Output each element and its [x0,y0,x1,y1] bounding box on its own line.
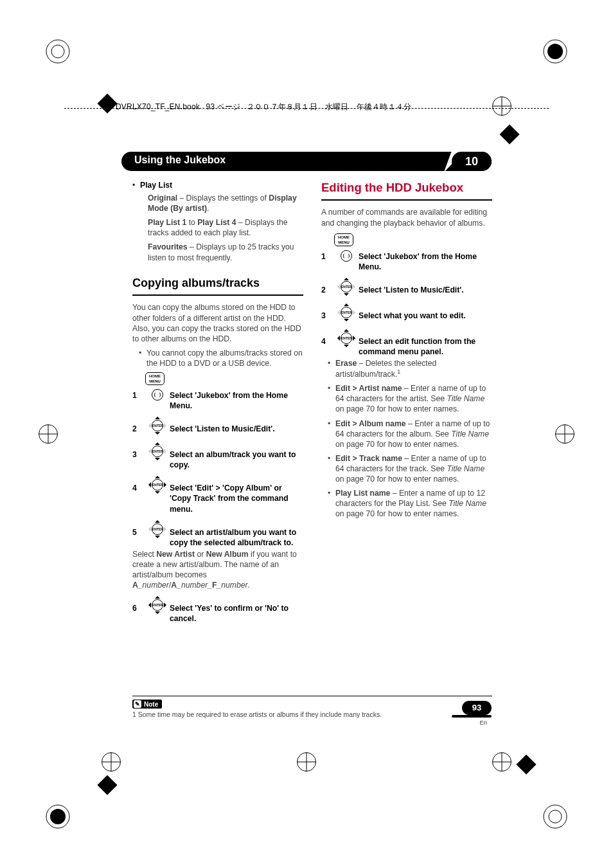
svg-point-6 [544,805,567,828]
step-number: 2 [321,276,334,295]
rstep2-text: Select 'Listen to Music/Edit'. [359,285,464,294]
playlist1-label: Play List 1 [148,218,186,227]
header-file: DVRLX70_TF_EN.book [116,102,200,111]
dpad-icon: ENTER [335,327,357,349]
svg-point-0 [46,40,69,63]
play-list-label: Play List [140,181,172,190]
step2-text: Select 'Listen to Music/Edit'. [170,424,275,433]
svg-point-5 [50,809,66,824]
heading-editing: Editing the HDD Jukebox [321,180,492,195]
footnote-text: 1 Some time may be required to erase art… [132,710,492,718]
dpad-icon: ENTER [147,440,168,462]
step-number: 4 [132,474,145,493]
chapter-title: Using the Jukebox [134,154,226,166]
note-label: Note [144,701,158,708]
playlist-name-item: Play List name – Enter a name of up to 1… [335,488,492,519]
regmark-tl [45,39,71,64]
rstep1-text: Select 'Jukebox' from the Home Menu. [359,252,477,271]
bullet-icon: • [328,419,335,449]
home-menu-icon: HOME MENU [145,372,164,385]
rstep3-text: Select what you want to edit. [359,311,466,320]
header-meta: DVRLX70_TF_EN.book 93 ページ ２００７年８月１日 水曜日 … [116,102,415,113]
home-menu-icon: HOME MENU [334,233,353,246]
cross-mark-left [39,424,58,444]
step1-text: Select 'Jukebox' from the Home Menu. [170,391,288,410]
chapter-bar: Using the Jukebox 10 [121,152,492,171]
bullet-icon: • [328,488,335,519]
step3-text: Select an album/track you want to copy. [170,450,296,469]
edit-track-item: Edit > Track name – Enter a name of up t… [335,453,492,484]
cross-mark-right [555,424,574,444]
left-column: • Play List Original – Displays the sett… [132,180,303,625]
step-number: 6 [132,594,145,613]
note-badge: ✎ Note [132,700,162,709]
edit-artist-item: Edit > Artist name – Enter a name of up … [335,383,492,414]
copy-intro: You can copy the albums stored on the HD… [132,302,303,343]
rstep4-text: Select an edit function from the command… [359,337,475,356]
edit-intro: A number of commands are available for e… [321,207,492,228]
dpad-icon: ENTER [335,276,357,298]
original-text: – Displays the settings of [177,194,269,203]
bullet-icon: • [139,348,147,368]
step5-text: Select an artist/album you want to copy … [170,528,296,547]
page-number: 93 [462,701,492,715]
favourites-label: Favourites [148,242,188,251]
header-date: ２００７年８月１日 水曜日 午後４時１４分 [247,102,411,111]
cross-mark-top [492,96,511,116]
step-number: 3 [321,302,334,321]
select-dial-icon [341,250,352,262]
dpad-icon: ENTER [335,302,357,323]
step-number: 1 [132,389,145,401]
playlist4-label: Play List 4 [197,218,236,227]
diamond-mark-right [502,127,517,141]
cross-mark-bottomC [297,752,316,772]
bullet-icon: • [328,453,335,484]
original-label: Original [148,194,177,203]
svg-point-7 [549,810,562,823]
heading-copying: Copying albums/tracks [132,276,303,291]
dpad-icon: ENTER [147,474,168,496]
step-number: 1 [321,250,334,262]
right-column: Editing the HDD Jukebox A number of comm… [321,180,492,625]
heading-rule [321,199,492,201]
header-pagefrag: 93 ページ [206,102,241,111]
step-number: 2 [132,415,145,434]
step-number: 4 [321,327,334,347]
cross-mark-bottomL [102,752,121,772]
pencil-icon: ✎ [134,700,141,708]
erase-item: Erase – Deletes the selected artist/albu… [335,358,492,379]
edit-album-item: Edit > Album name – Enter a name of up t… [335,419,492,449]
step6-text: Select 'Yes' to confirm or 'No' to cance… [170,604,289,623]
dpad-icon: ENTER [147,594,168,616]
page-language: En [479,719,487,726]
diamond-mark-bottom [519,757,533,772]
dpad-icon: ENTER [147,518,168,540]
regmark-bl [45,804,71,829]
footnote-block: ✎ Note 1 Some time may be required to er… [132,696,492,718]
step-number: 3 [132,440,145,460]
select-dial-icon [152,389,163,401]
step4-text: Select 'Edit' > 'Copy Album' or 'Copy Tr… [170,484,289,513]
bullet-icon: • [328,358,335,379]
regmark-tr [542,39,568,64]
copy-note: You cannot copy the albums/tracks stored… [147,348,303,368]
bullet-icon: • [132,180,140,267]
regmark-br [542,804,568,829]
chapter-number: 10 [452,152,492,171]
step-number: 5 [132,518,145,538]
dpad-icon: ENTER [147,415,168,437]
step5-detail: Select New Artist or New Album if you wa… [132,549,303,590]
svg-point-3 [547,44,563,59]
cross-mark-bottomR [492,752,511,772]
bullet-icon: • [328,383,335,414]
diamond-mark-bottomL [100,778,114,792]
heading-rule [132,294,303,296]
svg-point-1 [51,45,64,58]
